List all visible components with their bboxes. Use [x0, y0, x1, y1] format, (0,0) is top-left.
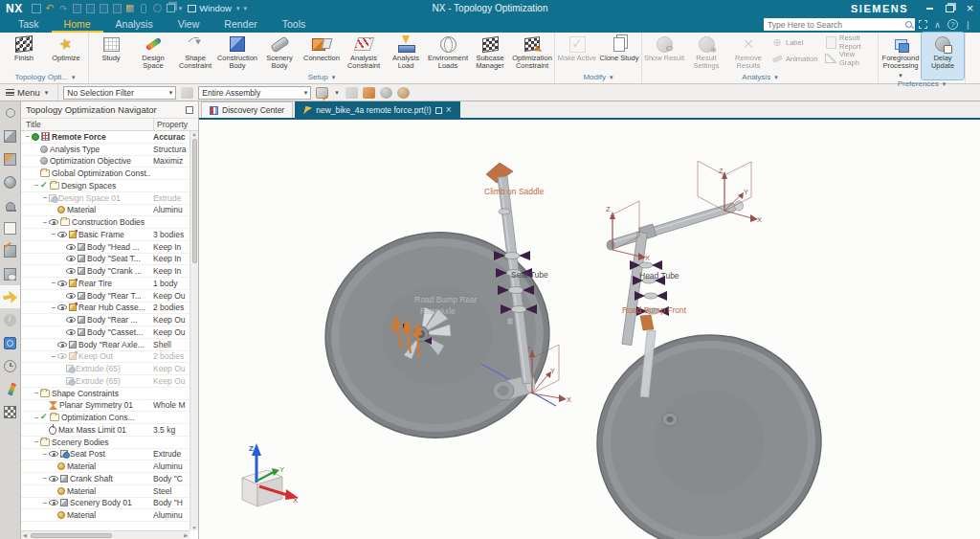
assembly-button[interactable] [0, 124, 20, 147]
window-menu[interactable]: Window ▾ [188, 3, 241, 13]
group-dialog-caret[interactable] [610, 73, 613, 81]
selection-roller-button[interactable] [0, 101, 20, 124]
assembly-constraints-button[interactable] [0, 147, 20, 170]
view-graph-button[interactable]: View Graph [823, 53, 877, 64]
result-settings-button[interactable]: Result Settings [685, 33, 727, 71]
tree-row[interactable]: Optimization ObjectiveMaximiz [21, 156, 189, 168]
tree-row[interactable]: Global Optimization Const... [21, 168, 189, 180]
minimize-ribbon-icon[interactable]: ∧ [931, 20, 944, 30]
tree-row[interactable]: Design Spaces [21, 180, 189, 192]
front-wheel[interactable] [587, 324, 832, 539]
navigator-vertical-scrollbar[interactable]: ▲ ▼ [189, 131, 198, 530]
horizontal-scroll-thumb[interactable] [31, 533, 112, 538]
shape-constraint-button[interactable]: Shape Constraint [174, 33, 216, 71]
manage-3d-button[interactable] [0, 262, 20, 285]
tree-row[interactable]: Extrude (65)Keep Ou [21, 363, 189, 375]
menu-tab-analysis[interactable]: Analysis [103, 16, 166, 33]
scroll-right-icon[interactable]: ▶ [184, 532, 189, 538]
help-icon[interactable]: ? [947, 19, 958, 30]
undo-icon[interactable] [44, 3, 56, 14]
expander-icon[interactable] [33, 438, 40, 446]
tree-row[interactable]: Rear Tire1 body [21, 278, 189, 290]
menu-tab-render[interactable]: Render [212, 16, 269, 33]
wcs-orient-icon[interactable] [380, 87, 392, 99]
analysis-constraint-button[interactable]: Analysis Constraint [343, 33, 385, 71]
format-brush-icon[interactable] [124, 3, 137, 14]
expander-icon[interactable] [41, 450, 49, 459]
tree-row[interactable]: Remote ForceAccurac [21, 131, 189, 144]
label-button[interactable]: Label [769, 36, 823, 48]
navigator-horizontal-scrollbar[interactable]: ◀ ▶ [21, 530, 189, 539]
copy-icon[interactable] [84, 3, 97, 14]
measurement-button[interactable] [0, 239, 20, 262]
study-button[interactable]: Study [90, 33, 132, 71]
model-scene[interactable]: Z Y X [199, 122, 980, 539]
column-title[interactable]: Title [21, 120, 153, 129]
expander-icon[interactable] [41, 499, 49, 507]
tree-row[interactable]: Body "Rear T...Keep Ou [21, 290, 189, 303]
in-work-part-icon[interactable] [316, 87, 328, 99]
construction-body-button[interactable]: Construction Body [216, 33, 258, 71]
foreground-processing-button[interactable]: Foreground Processing [880, 33, 922, 79]
scenery-body-button[interactable]: Scenery Body [258, 33, 301, 71]
expander-icon[interactable] [50, 230, 57, 238]
snap-point-icon[interactable] [363, 87, 375, 99]
tree-row[interactable]: MaterialAluminu [21, 509, 189, 522]
minimize-button[interactable] [920, 0, 940, 16]
render-tool-icon[interactable] [397, 87, 410, 99]
simulation-button[interactable] [0, 170, 20, 193]
tree-row[interactable]: Rear Hub Casse...2 bodies [21, 303, 189, 315]
fullscreen-icon[interactable] [919, 20, 927, 29]
connection-button[interactable]: Connection [301, 33, 343, 71]
tree-row[interactable]: Design Space 01Extrude [21, 192, 189, 205]
tree-row[interactable]: Construction Bodies [21, 216, 189, 229]
subcase-manager-button[interactable]: Subcase Manager [469, 33, 511, 71]
selection-priority-icon[interactable] [345, 87, 358, 99]
column-property[interactable]: Property [153, 119, 198, 130]
expander-icon[interactable] [41, 474, 49, 483]
close-button[interactable] [960, 0, 980, 16]
tree-row[interactable]: Extrude (65)Keep Ou [21, 375, 189, 388]
scroll-up-icon[interactable]: ▲ [192, 131, 197, 137]
selection-scope-dropdown[interactable]: Entire Assembly ▾ [198, 86, 311, 100]
delay-update-button[interactable]: Delay Update [922, 33, 964, 79]
make-active-button[interactable]: Make Active [556, 33, 598, 71]
duplicate-window-icon[interactable] [165, 3, 177, 14]
search-icon[interactable] [903, 19, 915, 31]
expander-icon[interactable] [41, 193, 49, 202]
tree-row[interactable]: Body "Head ...Keep In [21, 241, 189, 254]
expander-icon[interactable] [24, 132, 32, 141]
tree-row[interactable]: Optimization Cons... [21, 412, 189, 424]
tree-row[interactable]: Analysis TypeStructura [21, 144, 189, 156]
undock-panel-icon[interactable] [186, 106, 193, 114]
paste-icon[interactable] [98, 3, 110, 14]
tree-row[interactable]: Scenery Bodies [21, 437, 189, 449]
in-work-part-caret[interactable]: ▾ [333, 89, 341, 97]
clipboard-icon[interactable] [111, 3, 123, 14]
graphics-window[interactable]: Discovery Centernew_bike_4a remote force… [199, 101, 980, 539]
menu-tab-tools[interactable]: Tools [270, 16, 319, 33]
tree-row[interactable]: Body "Casset...Keep Ou [21, 326, 189, 339]
part-tab-discovery-center[interactable]: Discovery Center [201, 101, 293, 118]
analysis-load-button[interactable]: Analysis Load [385, 33, 427, 71]
search-input[interactable] [764, 20, 903, 30]
part-tab-new-bike-4a-remote-force-prt[interactable]: new_bike_4a remote force.prt(!)× [295, 101, 459, 118]
scroll-left-icon[interactable]: ◀ [21, 532, 27, 538]
brush-dropdown-caret[interactable]: ▾ [177, 5, 185, 12]
utilities-button[interactable] [0, 400, 20, 423]
show-result-button[interactable]: Show Result [643, 33, 685, 71]
menu-tab-task[interactable]: Task [6, 16, 52, 33]
information-button[interactable] [0, 308, 20, 331]
tree-row[interactable]: Crank ShaftBody "C [21, 473, 189, 485]
group-dialog-caret[interactable] [943, 79, 947, 88]
expander-icon[interactable] [33, 181, 40, 190]
clone-study-button[interactable]: Clone Study [598, 33, 640, 71]
finish-button[interactable]: Finish [3, 33, 45, 71]
expander-icon[interactable] [50, 303, 57, 312]
tree-row[interactable]: Body "Rear ...Keep Ou [21, 314, 189, 326]
tree-row[interactable]: Basic Frame3 bodies [21, 229, 189, 241]
vertical-scroll-thumb[interactable] [192, 139, 197, 263]
expander-icon[interactable] [33, 414, 40, 422]
scroll-down-icon[interactable]: ▼ [192, 525, 197, 530]
close-tab-icon[interactable]: × [446, 106, 452, 114]
